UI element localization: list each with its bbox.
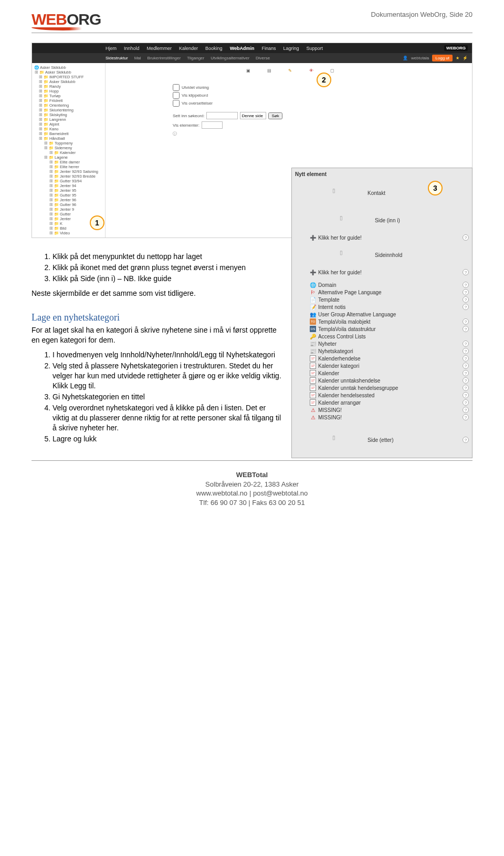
nav-booking[interactable]: Booking bbox=[205, 46, 223, 51]
tree-item[interactable]: ⊞📁Kano bbox=[33, 127, 104, 131]
popup-item[interactable]: 🏳Alternative Page Language? bbox=[294, 288, 470, 296]
popup-item[interactable]: 17Kalender arrangør? bbox=[294, 399, 470, 406]
tree-item[interactable]: ⊞📁Orientering bbox=[33, 103, 104, 108]
nav-innhold[interactable]: Innhold bbox=[124, 46, 140, 51]
help-icon[interactable]: ? bbox=[463, 377, 469, 384]
popup-item[interactable]: 17Kalender unntakshendelse? bbox=[294, 377, 470, 384]
subnav-diverse[interactable]: Diverse bbox=[256, 56, 270, 60]
tree-item[interactable]: ⊞📁Toppmeny bbox=[33, 141, 104, 146]
help-icon[interactable]: ? bbox=[463, 318, 469, 325]
tree-item[interactable]: ⊞📁Elite damer bbox=[33, 160, 104, 164]
popup-item[interactable]: 📄Template? bbox=[294, 296, 470, 303]
vis-input[interactable] bbox=[202, 121, 223, 129]
tree-item[interactable]: ⊞📁Jenter 92/93 Satsning bbox=[33, 169, 104, 174]
tree-item[interactable]: ⊞📁Video bbox=[33, 231, 104, 235]
tree-item[interactable]: ⊞📁Jenter 96 bbox=[33, 198, 104, 202]
help-icon[interactable]: ? bbox=[463, 385, 469, 391]
nav-finans[interactable]: Finans bbox=[261, 46, 276, 51]
popup-item[interactable]: 🌐Domain? bbox=[294, 281, 470, 288]
tree-item[interactable]: ⊞📁Kalender bbox=[33, 150, 104, 155]
popup-item[interactable]: 📰Nyhetskategori? bbox=[294, 347, 470, 355]
help-icon[interactable]: ? bbox=[463, 348, 469, 354]
tree-item[interactable]: ⊞📁Langrenn bbox=[33, 117, 104, 122]
tree-item[interactable]: 🌐Asker Skiklubb bbox=[33, 65, 104, 70]
subnav-bruker[interactable]: Brukerinnstillinger bbox=[148, 56, 181, 60]
tree-item[interactable]: ⊞📁Asker Skiklubb bbox=[33, 79, 104, 84]
tree-item[interactable]: ⊞📁Alpint bbox=[33, 122, 104, 127]
popup-item[interactable]: 17Kalender hendelsessted? bbox=[294, 391, 470, 399]
tree-item[interactable]: ⊞📁Jenter 95 bbox=[33, 188, 104, 193]
popup-item[interactable]: 17Kalender unntak hendelsesgruppe? bbox=[294, 384, 470, 391]
tree-item[interactable]: ⊞📁Friidrett bbox=[33, 98, 104, 103]
help-icon[interactable]: ? bbox=[463, 234, 469, 241]
help-icon[interactable]: ? bbox=[463, 296, 469, 303]
popup-side-inn-i[interactable]: ▯ Side (inn i) bbox=[294, 207, 470, 234]
tree-item[interactable]: ⊞📁Barneidrett bbox=[33, 131, 104, 136]
check-klippebord[interactable]: Vis klippebord bbox=[173, 92, 468, 99]
popup-item[interactable]: DSTemplaVoila datastruktur? bbox=[294, 325, 470, 333]
nav-kalender[interactable]: Kalender bbox=[179, 46, 198, 51]
subnav-utvikling[interactable]: Utviklingsalternativer bbox=[211, 56, 249, 60]
help-icon[interactable]: ? bbox=[463, 269, 469, 275]
nav-webadmin[interactable]: WebAdmin bbox=[230, 46, 255, 51]
popup-item[interactable]: 17Kalenderhendelse? bbox=[294, 355, 470, 362]
popup-item[interactable]: ⚠MISSING!? bbox=[294, 406, 470, 414]
toolbar-icon-eye[interactable]: 👁 bbox=[309, 68, 314, 74]
help-icon[interactable]: ? bbox=[463, 392, 469, 398]
tree-item[interactable]: ⊞📁Gutter 93/94 bbox=[33, 179, 104, 183]
tree-item[interactable]: ⊞📁Håndball bbox=[33, 136, 104, 141]
popup-item[interactable]: ⚠MISSING!? bbox=[294, 414, 470, 421]
nav-medlemmer[interactable]: Medlemmer bbox=[147, 46, 172, 51]
tree-item[interactable]: ⊞📁Hopp bbox=[33, 89, 104, 94]
check-overs[interactable]: Vis oversettelser bbox=[173, 100, 468, 107]
toolbar-icon-2[interactable]: ▤ bbox=[267, 68, 272, 74]
help-icon[interactable]: ? bbox=[463, 326, 469, 332]
help-icon[interactable]: ? bbox=[463, 282, 469, 288]
tree-item[interactable]: ⊞📁Skiskyting bbox=[33, 112, 104, 117]
tree-item[interactable]: ⊞📁Jenter 94 bbox=[33, 183, 104, 188]
popup-item[interactable]: 📝Internt notis? bbox=[294, 303, 470, 311]
popup-side-etter[interactable]: ▯ Side (etter) ? bbox=[294, 426, 470, 453]
search-scope[interactable] bbox=[240, 112, 266, 119]
tree-item[interactable]: ⊞📁IMPORTED STUFF bbox=[33, 75, 104, 79]
nav-lagring[interactable]: Lagring bbox=[283, 46, 299, 51]
tree-item[interactable]: ⊞📁Gutter 95 bbox=[33, 193, 104, 198]
toolbar-icon-1[interactable]: ▣ bbox=[246, 68, 251, 74]
popup-sideinnhold[interactable]: ▯ Sideinnhold bbox=[294, 241, 470, 269]
popup-item[interactable]: 👥User Group Alternative Language bbox=[294, 311, 470, 318]
tree-item[interactable]: ⊞📁Randy bbox=[33, 84, 104, 89]
tree-item[interactable]: ⊞📁Sidemeny bbox=[33, 146, 104, 150]
screenshot-tree[interactable]: 🌐Asker Skiklubb⊞📁Asker Skiklubb⊞📁IMPORTE… bbox=[32, 63, 106, 238]
help-icon[interactable]: ? bbox=[463, 414, 469, 420]
tree-item[interactable]: ⊞📁Skiorientering bbox=[33, 108, 104, 112]
tree-item[interactable]: ⊞📁Jenter 9 bbox=[33, 207, 104, 212]
popup-item[interactable]: 🔑Access Control Lists bbox=[294, 333, 470, 340]
star-icon[interactable]: ★ bbox=[456, 56, 459, 60]
popup-item[interactable]: 📰Nyheter? bbox=[294, 340, 470, 347]
tree-item[interactable]: ⊞📁Lagene bbox=[33, 155, 104, 160]
tree-item[interactable]: ⊞📁Turløp bbox=[33, 94, 104, 98]
subnav-sidestruktur[interactable]: Sidestruktur bbox=[106, 56, 128, 60]
popup-item[interactable]: TOTemplaVoila malobjekt? bbox=[294, 318, 470, 325]
popup-kontakt[interactable]: ▯ Kontakt bbox=[294, 179, 470, 207]
toolbar-icon-5[interactable]: ▢ bbox=[330, 68, 335, 74]
popup-guide-link-1[interactable]: ➕ Klikk her for guide! ? bbox=[294, 234, 470, 241]
help-icon[interactable]: ? bbox=[463, 407, 469, 413]
tree-item[interactable]: ⊞📁Jenter 92/93 Bredde bbox=[33, 174, 104, 179]
toolbar-icon-pencil[interactable]: ✎ bbox=[288, 68, 293, 74]
popup-item[interactable]: 17Kalender? bbox=[294, 369, 470, 377]
nav-support[interactable]: Support bbox=[307, 46, 323, 51]
subnav-mal[interactable]: Mal bbox=[134, 56, 141, 60]
bolt-icon[interactable]: ⚡ bbox=[463, 56, 468, 60]
help-icon[interactable]: ? bbox=[463, 370, 469, 376]
help-icon[interactable]: ? bbox=[463, 363, 469, 369]
help-icon[interactable]: ? bbox=[463, 289, 469, 295]
tree-item[interactable]: ⊞📁Gutter 96 bbox=[33, 202, 104, 207]
logout-button[interactable]: Logg ut bbox=[432, 55, 453, 61]
help-icon[interactable]: ? bbox=[463, 355, 469, 362]
search-input[interactable] bbox=[206, 112, 238, 119]
help-icon[interactable]: ? bbox=[463, 437, 469, 443]
popup-item[interactable]: 17Kalender kategori? bbox=[294, 362, 470, 369]
help-icon[interactable]: ? bbox=[463, 399, 469, 406]
popup-guide-link-2[interactable]: ➕ Klikk her for guide! ? bbox=[294, 269, 470, 276]
